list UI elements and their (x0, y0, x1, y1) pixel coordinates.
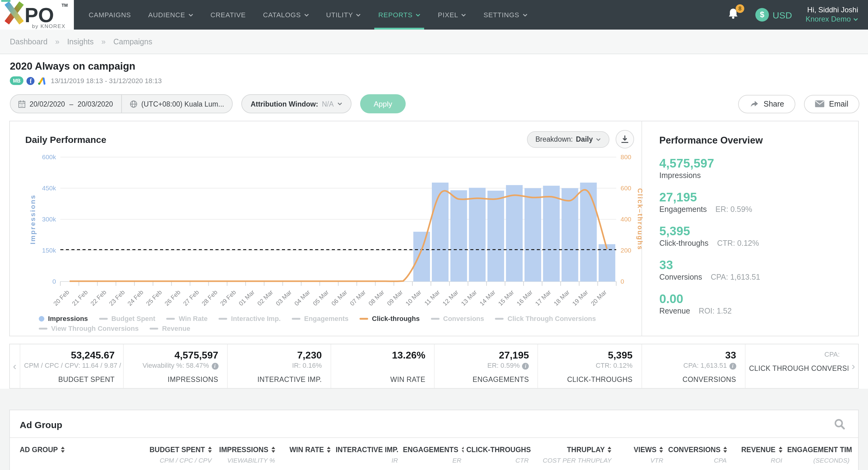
column-header-interactive-imp-[interactable]: INTERACTIVE IMP.IR (333, 443, 400, 464)
legend-item-impressions[interactable]: Impressions (39, 315, 88, 322)
scroll-right-chevron-icon[interactable]: › (852, 360, 855, 373)
x-axis-label: 15 Mar (497, 289, 515, 307)
daily-performance-card: Daily Performance Breakdown: Daily (9, 121, 859, 336)
column-sub-label: IR (336, 457, 398, 464)
column-sub-label: VTR (617, 457, 663, 464)
column-header-engagements[interactable]: ENGAGEMENTSER (400, 443, 464, 464)
column-sub-label: VIEWABILITY % (217, 457, 275, 464)
legend-item-conversions[interactable]: Conversions (431, 315, 484, 322)
column-header-thruplay[interactable]: THRUPLAYCOST PER THRUPLAY (531, 443, 614, 464)
column-label: INTERACTIVE IMP. (336, 446, 398, 453)
sort-icon[interactable] (461, 447, 464, 453)
x-axis-label: 03 Mar (275, 289, 293, 307)
kpi-cell-engagements[interactable]: 27,195ER: 0.59%iENGAGEMENTS (434, 344, 538, 388)
column-label-line: INTERACTIVE IMP. (336, 446, 400, 453)
kpi-cell-budget-spent[interactable]: 53,245.67CPM / CPC / CPV: 11.64 / 9.87 /… (20, 344, 123, 388)
kpi-cell-click-throughs[interactable]: 5,395CTR: 0.12%CLICK-THROUGHS (538, 344, 642, 388)
kpi-cell-conversions[interactable]: 33CPA: 1,613.51iCONVERSIONS (641, 344, 745, 388)
column-header-budget-spent[interactable]: BUDGET SPENTCPM / CPC / CPV (143, 443, 214, 464)
column-header-conversions[interactable]: CONVERSIONSCPA (666, 443, 729, 464)
progress-indicator (1, 0, 10, 2)
impressions-bar (450, 190, 467, 282)
column-header-revenue[interactable]: REVENUEROI (729, 443, 785, 464)
legend-item-budget-spent[interactable]: Budget Spent (99, 315, 155, 322)
sort-icon[interactable] (778, 447, 782, 453)
x-axis-label: 10 Mar (404, 289, 423, 307)
left-axis-tick: 0 (52, 278, 56, 285)
column-header-click-throughs[interactable]: CLICK-THROUGHSCTR (464, 443, 531, 464)
legend-item-click-throughs[interactable]: Click-throughs (360, 315, 420, 322)
legend-item-win-rate[interactable]: Win Rate (166, 315, 208, 322)
user-menu[interactable]: Hi, Siddhi Joshi Knorex Demo (806, 5, 858, 24)
sort-asc-icon (461, 447, 464, 449)
legend-item-interactive-imp-[interactable]: Interactive Imp. (219, 315, 281, 322)
performance-chart[interactable]: 00150k200300k400450k600600k800Impression… (28, 149, 644, 308)
nav-item-audience[interactable]: AUDIENCE (140, 0, 202, 30)
sort-icon[interactable] (724, 447, 727, 453)
column-header-win-rate[interactable]: WIN RATE (278, 443, 333, 464)
sort-icon[interactable] (61, 447, 65, 453)
breadcrumb-insights[interactable]: Insights (67, 37, 94, 46)
nav-item-catalogs[interactable]: CATALOGS (254, 0, 318, 30)
nav-item-reports[interactable]: REPORTS (370, 0, 429, 30)
sort-icon[interactable] (327, 447, 331, 453)
nav-item-label: CATALOGS (263, 11, 301, 19)
column-header-views[interactable]: VIEWSVTR (614, 443, 666, 464)
legend-label: Impressions (48, 315, 88, 322)
sort-icon[interactable] (272, 447, 275, 453)
nav-item-campaigns[interactable]: CAMPAIGNS (80, 0, 140, 30)
legend-item-revenue[interactable]: Revenue (150, 325, 190, 332)
nav-item-settings[interactable]: SETTINGS (475, 0, 536, 30)
top-navbar: PO TM by KNOREX CAMPAIGNSAUDIENCECREATIV… (0, 0, 868, 30)
legend-item-view-through-conversions[interactable]: View Through Conversions (39, 325, 138, 332)
timezone-selector[interactable]: (UTC+08:00) Kuala Lum... (122, 100, 232, 108)
date-from[interactable]: 20/02/2020 (30, 100, 65, 108)
sort-icon[interactable] (608, 447, 612, 453)
column-header-impressions[interactable]: IMPRESSIONSVIEWABILITY % (214, 443, 278, 464)
apply-button[interactable]: Apply (360, 94, 406, 113)
legend-item-engagements[interactable]: Engagements (292, 315, 348, 322)
timezone-value: (UTC+08:00) Kuala Lum... (141, 100, 224, 108)
date-to[interactable]: 20/03/2020 (78, 100, 113, 108)
nav-item-creative[interactable]: CREATIVE (202, 0, 254, 30)
breakdown-dropdown[interactable]: Breakdown: Daily (527, 131, 610, 148)
info-icon[interactable]: i (522, 363, 529, 370)
kpi-cell-impressions[interactable]: 4,575,597Viewability %: 58.47%iIMPRESSIO… (123, 344, 227, 388)
currency-selector[interactable]: $ USD (755, 8, 792, 22)
impressions-bar (506, 185, 523, 282)
column-sub-label: CPA (668, 457, 727, 464)
legend-label: Win Rate (179, 315, 208, 322)
nav-item-label: UTILITY (326, 11, 353, 19)
notifications-bell[interactable]: 8 (726, 7, 742, 23)
sort-icon[interactable] (660, 447, 663, 453)
nav-item-utility[interactable]: UTILITY (317, 0, 370, 30)
breadcrumb-dashboard[interactable]: Dashboard (10, 37, 48, 46)
column-header-engagement-time[interactable]: ENGAGEMENT TIME(SECONDS) (784, 443, 852, 464)
legend-item-click-through-conversions[interactable]: Click Through Conversions (495, 315, 596, 322)
date-range-picker[interactable]: 20/02/2020 – 20/03/2020 (10, 100, 121, 108)
chevron-down-icon (596, 138, 601, 141)
metric-value: 5,395 (659, 224, 852, 238)
kpi-cell-interactive-imp-[interactable]: 7,230IR: 0.16%INTERACTIVE IMP. (227, 344, 331, 388)
column-header-ad-group[interactable]: AD GROUP (17, 443, 143, 464)
email-button[interactable]: Email (804, 94, 859, 113)
kpi-value: 53,245.67 (24, 350, 115, 361)
impressions-bar (599, 244, 615, 282)
scroll-left-chevron-icon[interactable]: ‹ (13, 360, 16, 373)
kpi-cell-win-rate[interactable]: 13.26%WIN RATE (331, 344, 434, 388)
attribution-window-dropdown[interactable]: Attribution Window: N/A (241, 94, 351, 113)
download-chart-button[interactable] (616, 130, 634, 148)
chart-legend: ImpressionsBudget SpentWin RateInteracti… (39, 315, 617, 332)
breadcrumb-campaigns[interactable]: Campaigns (113, 37, 152, 46)
share-button[interactable]: Share (738, 94, 795, 113)
info-icon[interactable]: i (730, 363, 736, 370)
xpo-logo[interactable]: PO TM by KNOREX (0, 0, 74, 30)
sort-icon[interactable] (208, 447, 212, 453)
nav-item-pixel[interactable]: PIXEL (429, 0, 475, 30)
info-icon[interactable]: i (212, 363, 218, 370)
facebook-icon: f (27, 77, 35, 85)
page-title: 2020 Always on campaign (10, 60, 858, 72)
campaign-badges: MB f 13/11/2019 18:13 - 31/12/2020 18:13 (10, 77, 858, 85)
kpi-cell-click-through-conversions[interactable]: CPA:CLICK THROUGH CONVERSIONS (745, 344, 848, 388)
search-icon[interactable] (834, 418, 846, 431)
